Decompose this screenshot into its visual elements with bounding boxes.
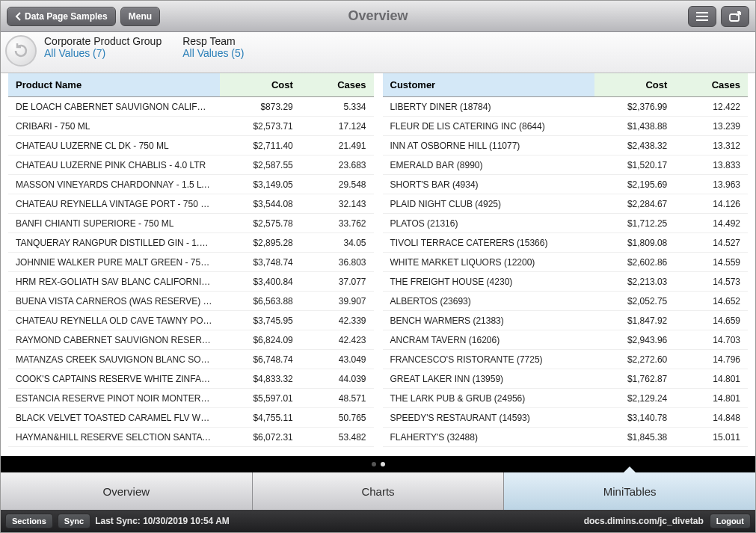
cell-customer: PLAID NIGHT CLUB (4925) [383, 194, 594, 214]
sections-button[interactable]: Sections [5, 514, 53, 529]
filter-resp-team: Resp Team All Values (5) [179, 35, 257, 59]
cell-customer: THE LARK PUB & GRUB (24956) [383, 389, 594, 408]
table-row[interactable]: TIVOLI TERRACE CATERERS (15366)$1,809.08… [383, 233, 749, 253]
table-row[interactable]: INN AT OSBORNE HILL (11077)$2,438.3213.3… [383, 136, 749, 155]
cell-cases: 14.848 [674, 408, 748, 428]
table-row[interactable]: BUENA VISTA CARNEROS (WAS RESERVE) - 7..… [8, 292, 374, 311]
tab-charts[interactable]: Charts [253, 472, 505, 510]
sync-button[interactable]: Sync [58, 514, 90, 529]
last-sync-text: Last Sync: 10/30/2019 10:54 AM [95, 516, 230, 526]
cell-cases: 32.143 [301, 194, 374, 214]
table-row[interactable]: CHATEAU LUZERNE PINK CHABLIS - 4.0 LTR$2… [8, 155, 374, 175]
cell-cases: 13.239 [674, 117, 748, 136]
cell-cases: 23.683 [301, 155, 374, 175]
cell-cost: $2,376.99 [594, 97, 674, 117]
cell-cases: 14.527 [674, 233, 748, 253]
table-row[interactable]: CRIBARI - 750 ML$2,573.7117.124 [8, 117, 374, 136]
table-row[interactable]: BENCH WARMERS (21383)$1,847.9214.659 [383, 311, 749, 330]
cell-cost: $2,129.24 [594, 389, 674, 408]
table-row[interactable]: LIBERTY DINER (18784)$2,376.9912.422 [383, 97, 749, 117]
table-row[interactable]: TANQUERAY RANGPUR DISTILLED GIN - 1.75 L… [8, 233, 374, 253]
table-row[interactable]: MASSON VINEYARDS CHARDONNAY - 1.5 LTR$3,… [8, 175, 374, 194]
cell-cases: 29.548 [301, 175, 374, 194]
table-row[interactable]: HRM REX-GOLIATH SAV BLANC CALIFORNIA - .… [8, 272, 374, 292]
cell-product-name: BUENA VISTA CARNEROS (WAS RESERVE) - 7..… [8, 292, 220, 311]
cell-cases: 14.659 [674, 311, 748, 330]
table-row[interactable]: SHORT'S BAR (4934)$2,195.6913.963 [383, 175, 749, 194]
table-row[interactable]: SPEEDY'S RESTAURANT (14593)$3,140.7814.8… [383, 408, 749, 428]
cell-cost: $1,520.17 [594, 155, 674, 175]
cell-cost: $2,602.86 [594, 253, 674, 272]
pager-dot[interactable] [372, 462, 376, 466]
tab-minitables[interactable]: MiniTables [504, 472, 755, 510]
table-row[interactable]: COOK'S CAPTAINS RESERVE WHITE ZINFANDEL … [8, 369, 374, 389]
table-row[interactable]: FLEUR DE LIS CATERING INC (8644)$1,438.8… [383, 117, 749, 136]
table-row[interactable]: PLAID NIGHT CLUB (4925)$2,284.6714.126 [383, 194, 749, 214]
col-product-name[interactable]: Product Name [8, 73, 220, 97]
table-row[interactable]: EMERALD BAR (8990)$1,520.1713.833 [383, 155, 749, 175]
cell-cost: $3,745.95 [220, 311, 300, 330]
col-cost[interactable]: Cost [220, 73, 300, 97]
table-row[interactable]: BANFI CHIANTI SUPERIORE - 750 ML$2,575.7… [8, 214, 374, 233]
cell-customer: PLATOS (21316) [383, 214, 594, 233]
share-button[interactable] [721, 6, 749, 27]
col-cases[interactable]: Cases [301, 73, 374, 97]
filter-value[interactable]: All Values (5) [182, 47, 244, 59]
table-row[interactable]: DE LOACH CABERNET SAUVIGNON CALIFORNI...… [8, 97, 374, 117]
cell-cost: $873.29 [220, 97, 300, 117]
cell-cost: $1,438.88 [594, 117, 674, 136]
cell-cost: $4,755.11 [220, 408, 300, 428]
cell-cases: 39.907 [301, 292, 374, 311]
table-row[interactable]: MATANZAS CREEK SAUVIGNON BLANC SONO...$6… [8, 350, 374, 369]
table-row[interactable]: THE LARK PUB & GRUB (24956)$2,129.2414.8… [383, 389, 749, 408]
cell-cases: 14.559 [674, 253, 748, 272]
table-row[interactable]: FRANCESCO'S RISTORANTE (7725)$2,272.6014… [383, 350, 749, 369]
cell-cost: $2,272.60 [594, 350, 674, 369]
table-row[interactable]: GREAT LAKER INN (13959)$1,762.8714.801 [383, 369, 749, 389]
cell-cases: 14.801 [674, 389, 748, 408]
cell-product-name: COOK'S CAPTAINS RESERVE WHITE ZINFANDEL … [8, 369, 220, 389]
refresh-button[interactable] [5, 35, 37, 67]
cell-customer: THE FREIGHT HOUSE (4230) [383, 272, 594, 292]
table-row[interactable]: BLACK VELVET TOASTED CARAMEL FLV WHISK..… [8, 408, 374, 428]
table-row[interactable]: JOHNNIE WALKER PURE MALT GREEN - 750 ML$… [8, 253, 374, 272]
cell-cases: 42.423 [301, 330, 374, 350]
url-text: docs.dimins.com/jc_divetab [584, 516, 704, 526]
table-row[interactable]: ANCRAM TAVERN (16206)$2,943.9614.703 [383, 330, 749, 350]
cell-cases: 37.077 [301, 272, 374, 292]
table-row[interactable]: HAYMAN&HILL RESERVE SELCTION SANTA LUC..… [8, 428, 374, 447]
cell-cases: 36.803 [301, 253, 374, 272]
back-button[interactable]: Data Page Samples [7, 7, 116, 26]
table-row[interactable]: CHATEAU REYNELLA OLD CAVE TAWNY PORT ...… [8, 311, 374, 330]
table-row[interactable]: WHITE MARKET LIQUORS (12200)$2,602.8614.… [383, 253, 749, 272]
table-row[interactable]: THE FREIGHT HOUSE (4230)$2,213.0314.573 [383, 272, 749, 292]
list-button[interactable] [688, 6, 716, 27]
table-row[interactable]: ESTANCIA RESERVE PINOT NOIR MONTEREY -..… [8, 389, 374, 408]
refresh-icon [11, 41, 31, 61]
col-customer[interactable]: Customer [383, 73, 594, 97]
table-row[interactable]: FLAHERTY'S (32488)$1,845.3815.011 [383, 428, 749, 447]
cell-cases: 14.652 [674, 292, 748, 311]
cell-cost: $2,052.75 [594, 292, 674, 311]
cell-cases: 14.492 [674, 214, 748, 233]
cell-cases: 42.339 [301, 311, 374, 330]
table-row[interactable]: RAYMOND CABERNET SAUVIGNON RESERVE -...$… [8, 330, 374, 350]
table-row[interactable]: PLATOS (21316)$1,712.2514.492 [383, 214, 749, 233]
table-row[interactable]: ALBERTOS (23693)$2,052.7514.652 [383, 292, 749, 311]
cell-cost: $2,587.55 [220, 155, 300, 175]
tab-overview[interactable]: Overview [1, 472, 253, 510]
cell-customer: ALBERTOS (23693) [383, 292, 594, 311]
col-cases[interactable]: Cases [674, 73, 748, 97]
share-icon [728, 10, 742, 22]
back-button-label: Data Page Samples [25, 11, 108, 22]
logout-button[interactable]: Logout [710, 514, 751, 529]
chevron-left-icon [15, 12, 22, 21]
menu-button[interactable]: Menu [120, 7, 160, 26]
table-row[interactable]: CHATEAU REYNELLA VINTAGE PORT - 750 ML$3… [8, 194, 374, 214]
cell-product-name: HAYMAN&HILL RESERVE SELCTION SANTA LUC..… [8, 428, 220, 447]
filter-value[interactable]: All Values (7) [44, 47, 162, 59]
table-row[interactable]: CHATEAU LUZERNE CL DK - 750 ML$2,711.402… [8, 136, 374, 155]
bottom-tabs: OverviewChartsMiniTables [1, 472, 755, 510]
pager-dot-active[interactable] [381, 462, 385, 466]
col-cost[interactable]: Cost [594, 73, 674, 97]
